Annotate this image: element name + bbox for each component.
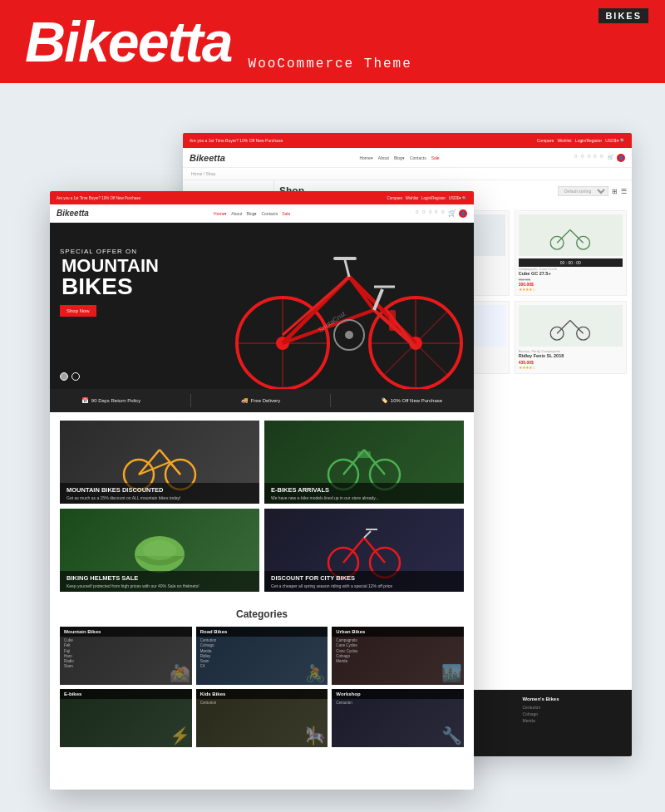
city-bike-desc: Get a cheaper all spring season riding w… [271,583,457,588]
cat-name-workshop: Workshop [332,689,464,699]
category-item-mountain[interactable]: Mountain Bikes Cube Felt Fuji Haro Radio… [60,627,192,685]
cat-name-ebikes: E-bikes [60,689,192,699]
category-card-helmets[interactable]: Biking Helmets Sale Keep yourself protec… [60,509,259,592]
city-bike-overlay: Discount for City Bikes Get a cheaper al… [264,571,464,592]
city-bike-label: Discount for City Bikes [271,574,457,582]
countdown-timer: 00 : 00 : 00 [519,258,623,267]
helmet-label: Biking Helmets Sale [66,574,253,582]
mountain-cat-icon: 🚵 [170,663,190,683]
back-nav-links: Home▾ About Blog▾ Contacts Sale [359,155,439,160]
categories-heading: Categories [60,608,464,620]
hero-banner: SPECIAL OFFER ON MOUNTAIN BIKES Shop Now [50,223,474,389]
back-promo-bar: Are you a 1st Time Buyer? 10% Off New Pu… [183,133,632,148]
subtitle: WooCommerce Theme [249,57,412,71]
product-name: Cube GC 27.5+ [519,271,623,276]
category-card-mountain[interactable]: Mountain Bikes Discounted Get as much as… [60,421,259,504]
svg-rect-52 [389,310,396,331]
mountain-bike-desc: Get as much as a 15% discount on ALL mou… [66,495,253,500]
calendar-icon: 📅 [81,397,89,404]
front-promo-bar: Are you a 1st Time Buyer? 10% Off New Pu… [50,191,474,204]
features-bar: 📅 90 Days Return Policy 🚚 Free Delivery … [50,389,474,412]
back-nav-bar: Bikeetta Home▾ About Blog▾ Contacts Sale… [183,148,632,168]
category-item-ebikes[interactable]: E-bikes ⚡ [60,689,192,747]
feature-return-policy: 📅 90 Days Return Policy [81,397,140,404]
front-nav-icons: ⭘ ⭘ ⭘ ⭘ ⭘ 🛒 👤 [415,209,467,218]
cat-name-road: Road Bikes [196,627,328,637]
category-card-city-bikes[interactable]: Discount for City Bikes Get a cheaper al… [264,509,464,592]
svg-line-44 [349,277,374,310]
svg-point-54 [345,331,353,339]
category-item-road[interactable]: Road Bikes Centurion Colnago Merida Ridl… [196,627,328,685]
mountain-bike-label: Mountain Bikes Discounted [66,486,253,494]
product-name: Ridley Fenix SL 2018 [519,353,623,358]
feature-delivery: 🚚 Free Delivery [241,397,281,404]
urban-cat-icon: 🏙️ [441,663,462,683]
svg-line-49 [345,260,349,277]
ebike-cat-icon: ⚡ [170,726,190,746]
svg-line-73 [364,531,371,538]
footer-link[interactable]: Centurion [523,705,626,710]
product-image [519,305,623,347]
list-view-icon[interactable]: ☰ [621,188,627,195]
category-cards-grid: Mountain Bikes Discounted Get as much as… [50,412,474,600]
tag-icon: 🏷️ [381,397,388,404]
category-card-ebikes[interactable]: E-bikes Arrivals We have new e-bike mode… [264,421,464,504]
bike-svg-6 [534,312,607,341]
svg-rect-66 [357,451,371,458]
nav-dot-2[interactable] [71,372,80,381]
cart-icon[interactable]: 🛒 [448,209,456,218]
feature-discount: 🏷️ 10% Off New Purchase [381,397,442,404]
ebike-label: E-bikes Arrivals [271,486,457,494]
workshop-cat-icon: 🔧 [441,726,462,746]
helmet-overlay: Biking Helmets Sale Keep yourself protec… [60,571,259,592]
mountain-bike-overlay: Mountain Bikes Discounted Get as much as… [60,483,259,504]
hero-headline: MOUNTAIN BIKES [60,257,160,298]
front-nav-bar: Bikeetta Home▾ About Blog▾ Contacts Sale… [50,204,474,223]
ebike-overlay: E-bikes Arrivals We have new e-bike mode… [264,483,464,504]
cat-name-urban: Urban Bikes [332,627,464,637]
hero-text: SPECIAL OFFER ON MOUNTAIN BIKES Shop Now [60,248,160,317]
product-stars: ★★★★☆ [519,365,623,370]
top-header: Bikeetta WooCommerce Theme BIKES [0,0,665,83]
back-nav-icons: ⭘ ⭘ ⭘ ⭘ ⭘ 🛒 👤 [574,154,625,162]
kids-cat-icon: 🎠 [305,726,326,746]
shop-now-button[interactable]: Shop Now [60,305,96,317]
nav-dot-1[interactable] [60,372,68,381]
hero-nav-dots [60,372,80,381]
footer-link[interactable]: Colnago [523,711,626,716]
truck-icon: 🚚 [241,397,249,404]
svg-line-61 [170,462,180,475]
sort-select[interactable]: Default sorting [558,186,608,196]
categories-section: Categories Mountain Bikes Cube Felt Fuji… [50,600,474,755]
back-breadcrumb: Home / Shop [183,168,632,180]
road-cat-icon: 🚴 [305,663,326,683]
svg-line-71 [343,538,364,563]
product-card: Benson, Partly, Campagnolo Ridley Fenix … [515,301,627,374]
feature-divider-2 [330,394,331,407]
footer-col-womens-bikes: Women's Bikes Centurion Colnago Merida [523,696,626,750]
bike-svg-3 [534,221,607,250]
cat-name-kids: Kids Bikes [196,689,328,699]
helmet-desc: Keep yourself protected from high prices… [66,583,253,588]
cat-name-mountain: Mountain Bikes [60,627,192,637]
screenshot-front: Are you a 1st Time Buyer? 10% Off New Pu… [50,191,474,790]
main-area: Are you a 1st Time Buyer? 10% Off New Pu… [0,83,665,812]
category-item-workshop[interactable]: Workshop Centurion 🔧 [332,689,464,747]
svg-line-72 [364,538,385,563]
feature-divider-1 [190,394,191,407]
category-item-kids[interactable]: Kids Bikes Centurion 🎠 [196,689,328,747]
grid-view-icon[interactable]: ⊞ [612,188,618,195]
category-item-urban[interactable]: Urban Bikes Campagnolo Cane Cycles Ciocc… [332,627,464,685]
svg-line-45 [283,277,349,335]
categories-grid: Mountain Bikes Cube Felt Fuji Haro Radio… [60,627,464,747]
hero-bike-svg: SantaCruz [216,227,474,389]
front-nav-links: Home▾ About Blog▾ Contacts Sale [214,211,290,216]
product-stars: ★★★★☆ [519,287,623,292]
brand-title: Bikeetta [25,9,232,74]
ebike-desc: We have new e-bike models lined up in ou… [271,495,457,500]
user-icon[interactable]: 👤 [459,209,467,218]
product-card: SALE 00 : 00 : 00 Campagnolo, Cane Creek [515,210,627,296]
offer-text: SPECIAL OFFER ON [60,248,160,255]
footer-link[interactable]: Merida [523,718,626,723]
product-image [519,214,623,256]
